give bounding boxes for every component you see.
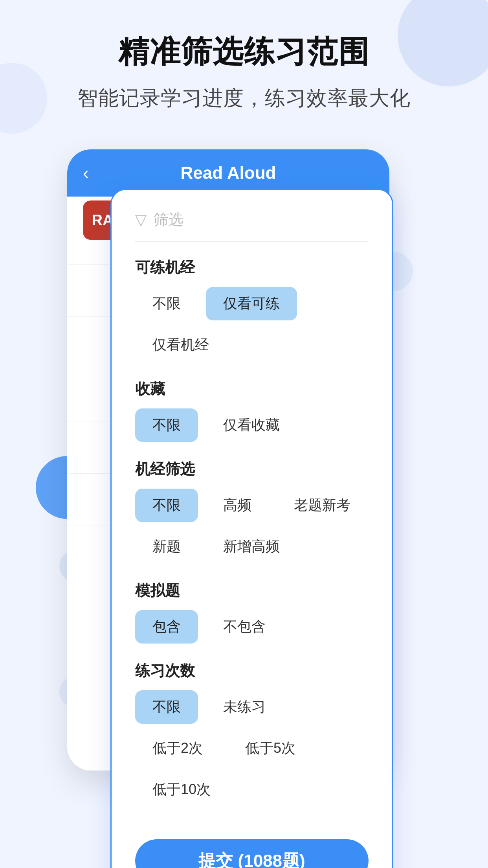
options-kejilianjing: 不限 仅看可练 仅看机经 bbox=[135, 287, 369, 362]
submit-button[interactable]: 提交 (1088题) bbox=[135, 839, 369, 868]
option-weilianxi[interactable]: 未练习 bbox=[206, 690, 283, 724]
page-subtitle: 智能记录学习进度，练习效率最大化 bbox=[0, 85, 488, 112]
phone-container: ‹ Read Aloud RA 1. Book ch #213 2. Austr… bbox=[67, 149, 421, 818]
option-buxian-2[interactable]: 不限 bbox=[135, 408, 198, 442]
section-title-moniti: 模拟题 bbox=[135, 581, 369, 601]
option-jinkanjijing[interactable]: 仅看机经 bbox=[135, 328, 226, 362]
options-moniti: 包含 不包含 bbox=[135, 610, 369, 644]
option-diyu10ci[interactable]: 低于10次 bbox=[135, 773, 228, 806]
section-title-lianxicishu: 练习次数 bbox=[135, 661, 369, 681]
header-section: 精准筛选练习范围 智能记录学习进度，练习效率最大化 bbox=[0, 31, 488, 112]
filter-section-shoucang: 收藏 不限 仅看收藏 bbox=[135, 379, 369, 442]
screen-title: Read Aloud bbox=[181, 163, 276, 183]
option-buxian-1[interactable]: 不限 bbox=[135, 287, 198, 320]
filter-icon: ▽ bbox=[135, 211, 147, 228]
options-lianxicishu: 不限 未练习 低于2次 低于5次 低于10次 bbox=[135, 690, 369, 806]
option-buxian-4[interactable]: 不限 bbox=[135, 690, 198, 724]
option-jinkankenlian[interactable]: 仅看可练 bbox=[206, 287, 297, 320]
filter-header: ▽ 筛选 bbox=[135, 210, 369, 242]
filter-modal: ▽ 筛选 可练机经 不限 仅看可练 仅看机经 收藏 不限 仅看收藏 机经筛选 不… bbox=[110, 189, 393, 868]
option-gaopin[interactable]: 高频 bbox=[206, 489, 269, 522]
filter-section-kejilianjing: 可练机经 不限 仅看可练 仅看机经 bbox=[135, 257, 369, 362]
filter-section-moniti: 模拟题 包含 不包含 bbox=[135, 581, 369, 644]
option-diyu5ci[interactable]: 低于5次 bbox=[228, 732, 313, 765]
option-xinti[interactable]: 新题 bbox=[135, 530, 198, 563]
option-bubaohang[interactable]: 不包含 bbox=[206, 610, 283, 644]
filter-header-text: 筛选 bbox=[154, 210, 183, 230]
filter-section-jijingshaixuan: 机经筛选 不限 高频 老题新考 新题 新增高频 bbox=[135, 459, 369, 563]
section-title-shoucang: 收藏 bbox=[135, 379, 369, 399]
section-title-kejilianjing: 可练机经 bbox=[135, 257, 369, 278]
filter-section-lianxicishu: 练习次数 不限 未练习 低于2次 低于5次 低于10次 bbox=[135, 661, 369, 806]
option-laotixinkao[interactable]: 老题新考 bbox=[277, 489, 368, 522]
option-buxian-3[interactable]: 不限 bbox=[135, 489, 198, 522]
option-jinkanshoucang[interactable]: 仅看收藏 bbox=[206, 408, 297, 442]
option-diyu2ci[interactable]: 低于2次 bbox=[135, 732, 220, 765]
options-jijingshaixuan: 不限 高频 老题新考 新题 新增高频 bbox=[135, 489, 369, 563]
options-shoucang: 不限 仅看收藏 bbox=[135, 408, 369, 442]
back-button[interactable]: ‹ bbox=[83, 163, 89, 183]
page-title: 精准筛选练习范围 bbox=[0, 31, 488, 73]
option-xinzenggaopin[interactable]: 新增高频 bbox=[206, 530, 297, 563]
section-title-jijingshaixuan: 机经筛选 bbox=[135, 459, 369, 479]
option-baohang[interactable]: 包含 bbox=[135, 610, 198, 644]
